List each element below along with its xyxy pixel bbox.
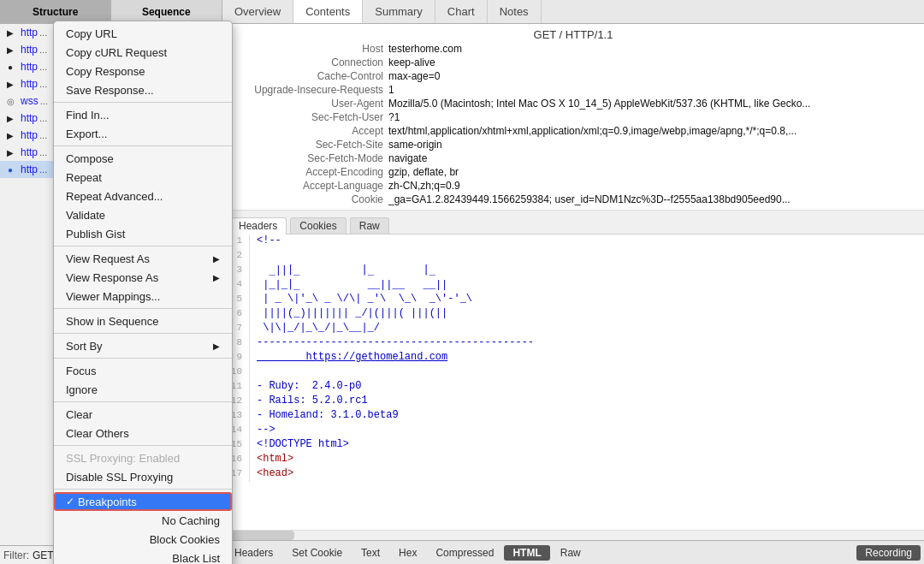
code-line: 7 \|\|_/|_\_/|_\__|_/ xyxy=(222,322,924,336)
info-row-sec-fetch-mode: Sec-Fetch-Mode navigate xyxy=(222,151,924,165)
sub-tab-cookies[interactable]: Cookies xyxy=(290,217,346,234)
code-line: 5 | _ \|'_\ _ \/\| _'\ \_\ _\'-'_\ xyxy=(222,293,924,307)
menu-item-find-in[interactable]: Find In... xyxy=(54,105,232,124)
sub-tabs: Headers Cookies Raw xyxy=(222,211,924,235)
info-row-upgrade: Upgrade-Insecure-Requests 1 xyxy=(222,83,924,97)
code-area: 1 <!-- 2 3 ̲|||̲ |̲ |̲ 4 |_|_|̲ __||__ _… xyxy=(222,235,924,530)
menu-item-clear[interactable]: Clear xyxy=(54,405,232,424)
tab-chart[interactable]: Chart xyxy=(435,0,488,23)
info-row-connection: Connection keep-alive xyxy=(222,56,924,69)
separator xyxy=(54,308,232,309)
menu-item-ignore[interactable]: Ignore xyxy=(54,380,232,399)
right-tabs: Overview Contents Summary Chart Notes xyxy=(222,0,924,24)
code-line: 6 ||||(_)||||||| _/|(|||( |||(|| xyxy=(222,307,924,322)
info-row-cookie: Cookie _ga=GA1.2.82439449.1566259384; us… xyxy=(222,193,924,206)
separator xyxy=(54,445,232,446)
code-line: 1 <!-- xyxy=(222,235,924,249)
request-info: GET / HTTP/1.1 Host testerhome.com Conne… xyxy=(222,24,924,211)
code-line: 12 - Rails: 5.2.0.rc1 xyxy=(222,395,924,409)
menu-item-validate[interactable]: Validate xyxy=(54,205,232,224)
code-line: 11 - Ruby: 2.4.0-p0 xyxy=(222,380,924,395)
bottom-tab-headers[interactable]: Headers xyxy=(226,545,281,561)
menu-item-copy-curl[interactable]: Copy cURL Request xyxy=(54,43,232,62)
sub-tab-raw[interactable]: Raw xyxy=(350,217,389,234)
code-line: 15 <!DOCTYPE html> xyxy=(222,438,924,453)
menu-item-block-cookies[interactable]: Block Cookies xyxy=(54,530,232,549)
tab-notes[interactable]: Notes xyxy=(488,0,542,23)
tab-contents[interactable]: Contents xyxy=(293,0,363,23)
menu-item-copy-url[interactable]: Copy URL xyxy=(54,24,232,43)
menu-item-black-list[interactable]: Black List xyxy=(54,549,232,564)
menu-item-compose[interactable]: Compose xyxy=(54,149,232,168)
menu-item-show-in-sequence[interactable]: Show in Sequence xyxy=(54,312,232,330)
separator xyxy=(54,145,232,146)
recording-button[interactable]: Recording xyxy=(856,545,921,561)
scrollbar-thumb[interactable] xyxy=(226,531,294,540)
main-layout: Structure Sequence ▶ http ... ▶ http ...… xyxy=(0,0,924,564)
request-line-row: GET / HTTP/1.1 xyxy=(222,27,924,42)
menu-item-viewer-mappings[interactable]: Viewer Mappings... xyxy=(54,287,232,306)
menu-item-clear-others[interactable]: Clear Others xyxy=(54,424,232,442)
bottom-tab-hex[interactable]: Hex xyxy=(390,545,425,561)
separator xyxy=(54,358,232,359)
code-line: 9 https://gethomeland.com xyxy=(222,351,924,365)
code-line: 14 --> xyxy=(222,424,924,438)
code-line: 13 - Homeland: 3.1.0.beta9 xyxy=(222,409,924,424)
info-row-user-agent: User-Agent Mozilla/5.0 (Macintosh; Intel… xyxy=(222,97,924,110)
code-line: 16 <html> xyxy=(222,453,924,467)
code-line: 17 <head> xyxy=(222,467,924,482)
separator xyxy=(54,401,232,402)
info-row-sec-fetch-user: Sec-Fetch-User ?1 xyxy=(222,110,924,124)
menu-item-publish-gist[interactable]: Publish Gist xyxy=(54,224,232,243)
context-menu-overlay: Copy URL Copy cURL Request Copy Response… xyxy=(0,0,222,564)
menu-item-export[interactable]: Export... xyxy=(54,124,232,143)
code-line: 2 xyxy=(222,249,924,264)
menu-item-no-caching[interactable]: No Caching xyxy=(54,511,232,530)
info-row-accept-language: Accept-Language zh-CN,zh;q=0.9 xyxy=(222,179,924,193)
separator xyxy=(54,246,232,246)
separator xyxy=(54,333,232,334)
menu-item-repeat[interactable]: Repeat xyxy=(54,168,232,187)
separator xyxy=(54,489,232,490)
code-line: 8 --------------------------------------… xyxy=(222,336,924,351)
info-row-sec-fetch-site: Sec-Fetch-Site same-origin xyxy=(222,138,924,151)
menu-item-ssl-proxying: SSL Proxying: Enabled xyxy=(54,448,232,467)
tab-summary[interactable]: Summary xyxy=(363,0,435,23)
info-row-host: Host testerhome.com xyxy=(222,42,924,56)
bottom-tab-text[interactable]: Text xyxy=(352,545,388,561)
code-line: 3 ̲|||̲ |̲ |̲ xyxy=(222,264,924,278)
code-line: 4 |_|_|̲ __||__ __|| xyxy=(222,278,924,293)
bottom-tab-set-cookie[interactable]: Set Cookie xyxy=(283,545,351,561)
sidebar: Structure Sequence ▶ http ... ▶ http ...… xyxy=(0,0,222,564)
bottom-tab-raw[interactable]: Raw xyxy=(552,545,589,561)
menu-item-sort-by[interactable]: Sort By ▶ xyxy=(54,336,232,355)
check-icon: ✓ xyxy=(66,496,78,508)
right-panel: Overview Contents Summary Chart Notes GE… xyxy=(222,0,924,564)
submenu-arrow: ▶ xyxy=(213,254,220,264)
tab-overview[interactable]: Overview xyxy=(222,0,293,23)
info-row-accept: Accept text/html,application/xhtml+xml,a… xyxy=(222,124,924,138)
sub-tab-headers[interactable]: Headers xyxy=(229,217,287,235)
menu-item-copy-response[interactable]: Copy Response xyxy=(54,62,232,80)
code-line: 10 xyxy=(222,365,924,380)
bottom-tabs: Headers Set Cookie Text Hex Compressed H… xyxy=(222,540,924,564)
info-row-accept-encoding: Accept-Encoding gzip, deflate, br xyxy=(222,165,924,179)
menu-item-disable-ssl[interactable]: Disable SSL Proxying xyxy=(54,467,232,486)
bottom-tab-html[interactable]: HTML xyxy=(504,545,549,561)
menu-item-view-request-as[interactable]: View Request As ▶ xyxy=(54,249,232,268)
menu-item-repeat-advanced[interactable]: Repeat Advanced... xyxy=(54,187,232,205)
context-menu: Copy URL Copy cURL Request Copy Response… xyxy=(53,21,233,564)
separator xyxy=(54,102,232,103)
bottom-tab-compressed[interactable]: Compressed xyxy=(427,545,502,561)
menu-item-breakpoints[interactable]: ✓ Breakpoints xyxy=(54,492,232,511)
horizontal-scrollbar[interactable] xyxy=(222,530,924,540)
submenu-arrow: ▶ xyxy=(213,341,220,351)
menu-item-view-response-as[interactable]: View Response As ▶ xyxy=(54,268,232,287)
menu-item-save-response[interactable]: Save Response... xyxy=(54,80,232,99)
menu-item-focus[interactable]: Focus xyxy=(54,361,232,380)
submenu-arrow: ▶ xyxy=(213,273,220,282)
info-row-cache-control: Cache-Control max-age=0 xyxy=(222,69,924,83)
